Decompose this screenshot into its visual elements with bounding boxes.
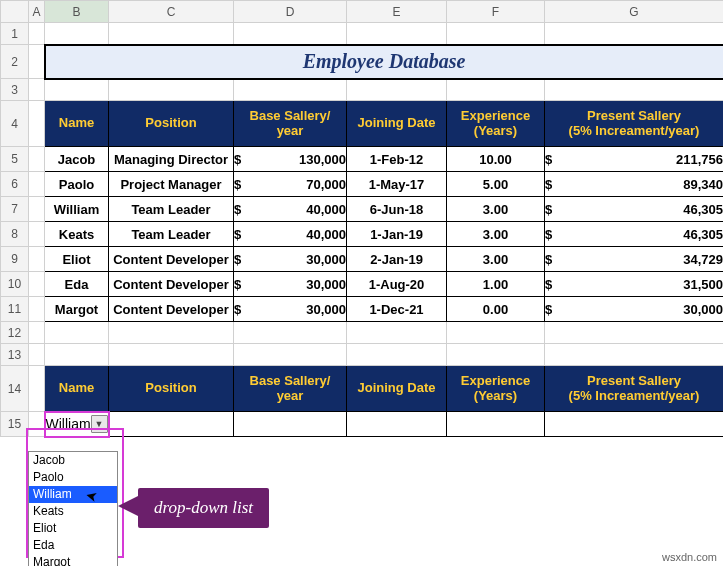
row-header[interactable]: 3 xyxy=(1,79,29,101)
cell-position[interactable]: Content Developer xyxy=(109,272,234,297)
name-dropdown-cell[interactable]: William ▼ xyxy=(45,412,109,437)
cell-name[interactable]: Eda xyxy=(45,272,109,297)
cell-join[interactable]: 1-Aug-20 xyxy=(347,272,447,297)
cell-exp[interactable]: 0.00 xyxy=(447,297,545,322)
lookup-header-name: Name xyxy=(45,366,109,412)
cell-base[interactable]: $40,000 xyxy=(234,222,347,247)
cell-exp[interactable]: 3.00 xyxy=(447,247,545,272)
row-header[interactable]: 14 xyxy=(1,366,29,412)
lookup-header-exp: Experience (Years) xyxy=(447,366,545,412)
cell-present[interactable]: $46,305 xyxy=(545,197,724,222)
table-header-base: Base Sallery/ year xyxy=(234,101,347,147)
row-header[interactable]: 10 xyxy=(1,272,29,297)
row-header[interactable]: 1 xyxy=(1,23,29,45)
cell-exp[interactable]: 5.00 xyxy=(447,172,545,197)
cell-position[interactable]: Team Leader xyxy=(109,222,234,247)
cell-present[interactable]: $89,340 xyxy=(545,172,724,197)
col-header-D[interactable]: D xyxy=(234,1,347,23)
col-header-B[interactable]: B xyxy=(45,1,109,23)
dropdown-option[interactable]: Eda xyxy=(29,537,117,554)
lookup-header-join: Joining Date xyxy=(347,366,447,412)
table-header-name: Name xyxy=(45,101,109,147)
dropdown-option[interactable]: William xyxy=(29,486,117,503)
select-all-corner[interactable] xyxy=(1,1,29,23)
cell-name[interactable]: Paolo xyxy=(45,172,109,197)
cell-join[interactable]: 1-Dec-21 xyxy=(347,297,447,322)
col-header-G[interactable]: G xyxy=(545,1,724,23)
dropdown-option[interactable]: Eliot xyxy=(29,520,117,537)
cell-position[interactable]: Content Developer xyxy=(109,297,234,322)
lookup-header-base: Base Sallery/ year xyxy=(234,366,347,412)
dropdown-option[interactable]: Paolo xyxy=(29,469,117,486)
lookup-base[interactable] xyxy=(234,412,347,437)
row-header[interactable]: 8 xyxy=(1,222,29,247)
row-header[interactable]: 9 xyxy=(1,247,29,272)
row-header[interactable]: 11 xyxy=(1,297,29,322)
table-header-position: Position xyxy=(109,101,234,147)
cell-exp[interactable]: 1.00 xyxy=(447,272,545,297)
cell-name[interactable]: Margot xyxy=(45,297,109,322)
cell-base[interactable]: $30,000 xyxy=(234,297,347,322)
row-header[interactable]: 7 xyxy=(1,197,29,222)
col-header-E[interactable]: E xyxy=(347,1,447,23)
dropdown-selected-value: William xyxy=(46,416,91,432)
cell-base[interactable]: $30,000 xyxy=(234,272,347,297)
cell-base[interactable]: $30,000 xyxy=(234,247,347,272)
page-title: Employee Database xyxy=(45,45,724,79)
cell-exp[interactable]: 3.00 xyxy=(447,222,545,247)
dropdown-option[interactable]: Keats xyxy=(29,503,117,520)
dropdown-option[interactable]: Jacob xyxy=(29,452,117,469)
dropdown-option[interactable]: Margot xyxy=(29,554,117,566)
cell-position[interactable]: Managing Director xyxy=(109,147,234,172)
cell-join[interactable]: 1-May-17 xyxy=(347,172,447,197)
table-header-join: Joining Date xyxy=(347,101,447,147)
cell-base[interactable]: $70,000 xyxy=(234,172,347,197)
lookup-exp[interactable] xyxy=(447,412,545,437)
table-header-exp: Experience (Years) xyxy=(447,101,545,147)
cell-join[interactable]: 1-Jan-19 xyxy=(347,222,447,247)
col-header-A[interactable]: A xyxy=(29,1,45,23)
cell-join[interactable]: 6-Jun-18 xyxy=(347,197,447,222)
row-header[interactable]: 6 xyxy=(1,172,29,197)
cell-name[interactable]: Keats xyxy=(45,222,109,247)
lookup-position[interactable] xyxy=(109,412,234,437)
spreadsheet-grid: A B C D E F G 1 2 Employee Database 3 4 … xyxy=(0,0,723,438)
cell-position[interactable]: Project Manager xyxy=(109,172,234,197)
col-header-F[interactable]: F xyxy=(447,1,545,23)
cell-present[interactable]: $31,500 xyxy=(545,272,724,297)
row-header[interactable]: 5 xyxy=(1,147,29,172)
cell-join[interactable]: 1-Feb-12 xyxy=(347,147,447,172)
cell-join[interactable]: 2-Jan-19 xyxy=(347,247,447,272)
dropdown-listbox[interactable]: Jacob Paolo William Keats Eliot Eda Marg… xyxy=(28,451,118,566)
cell-name[interactable]: Jacob xyxy=(45,147,109,172)
chevron-down-icon[interactable]: ▼ xyxy=(91,415,108,433)
row-header[interactable]: 4 xyxy=(1,101,29,147)
row-header[interactable]: 12 xyxy=(1,322,29,344)
cell-exp[interactable]: 3.00 xyxy=(447,197,545,222)
table-header-present: Present Sallery (5% Increament/year) xyxy=(545,101,724,147)
cell-position[interactable]: Team Leader xyxy=(109,197,234,222)
cell-present[interactable]: $30,000 xyxy=(545,297,724,322)
cell-present[interactable]: $46,305 xyxy=(545,222,724,247)
cell-name[interactable]: William xyxy=(45,197,109,222)
row-header[interactable]: 2 xyxy=(1,45,29,79)
cell-present[interactable]: $34,729 xyxy=(545,247,724,272)
callout-label: drop-down list xyxy=(138,488,269,528)
cell-present[interactable]: $211,756 xyxy=(545,147,724,172)
lookup-header-position: Position xyxy=(109,366,234,412)
lookup-present[interactable] xyxy=(545,412,724,437)
row-header[interactable]: 13 xyxy=(1,344,29,366)
cell-base[interactable]: $40,000 xyxy=(234,197,347,222)
cell-position[interactable]: Content Developer xyxy=(109,247,234,272)
cell-name[interactable]: Eliot xyxy=(45,247,109,272)
row-header[interactable]: 15 xyxy=(1,412,29,437)
cell-base[interactable]: $130,000 xyxy=(234,147,347,172)
cell-exp[interactable]: 10.00 xyxy=(447,147,545,172)
lookup-join[interactable] xyxy=(347,412,447,437)
lookup-header-present: Present Sallery (5% Increament/year) xyxy=(545,366,724,412)
watermark: wsxdn.com xyxy=(662,551,717,563)
col-header-C[interactable]: C xyxy=(109,1,234,23)
